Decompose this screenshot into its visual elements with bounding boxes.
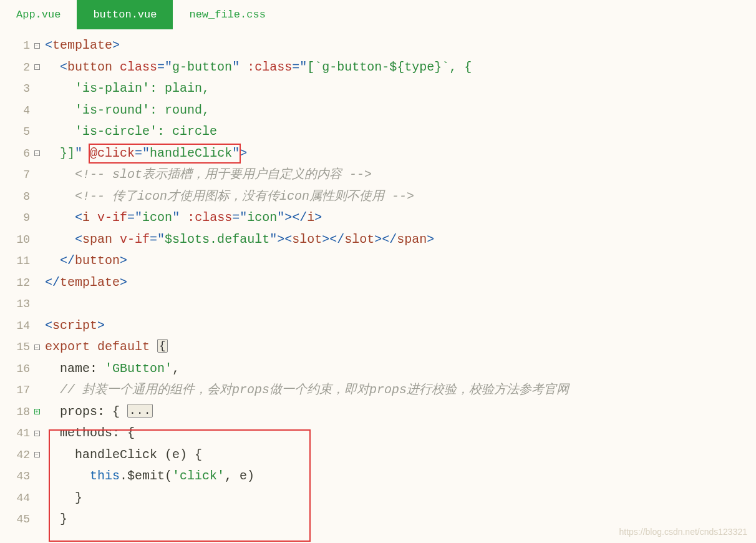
line-number: 6 [0, 143, 32, 165]
tab-button-vue[interactable]: button.vue [77, 0, 173, 29]
line-number: 10 [0, 229, 32, 251]
code-line: 12 </template> [0, 272, 756, 294]
line-number: 45 [0, 509, 32, 531]
code-line: 43 this.$emit('click', e) [0, 466, 756, 487]
code-line: 2 − <button class="g-button" :class="[`g… [0, 57, 756, 79]
line-number: 9 [0, 207, 32, 229]
line-number: 18 [0, 401, 32, 423]
tab-app-vue[interactable]: App.vue [0, 0, 77, 29]
code-line: 8 <!-- 传了icon才使用图标，没有传icon属性则不使用 --> [0, 186, 756, 208]
code-line: 5 'is-circle': circle [0, 121, 756, 143]
code-line: 18 + props: { ... [0, 401, 756, 423]
code-line: 11 </button> [0, 250, 756, 272]
code-line: 42 − handleClick (e) { [0, 444, 756, 466]
line-number: 11 [0, 250, 32, 272]
fold-icon[interactable]: − [32, 452, 41, 457]
line-number: 17 [0, 379, 32, 401]
code-line: 14 <script> [0, 315, 756, 337]
fold-icon[interactable]: − [32, 150, 41, 156]
brace-highlight-icon: { [157, 339, 168, 353]
line-number: 3 [0, 78, 32, 100]
code-line: 41 − methods: { [0, 423, 756, 444]
tab-bar: App.vue button.vue new_file.css [0, 0, 756, 30]
line-number: 42 [0, 444, 32, 466]
line-number: 4 [0, 100, 32, 122]
tab-new-file-css[interactable]: new_file.css [173, 0, 281, 29]
fold-icon[interactable]: − [32, 43, 41, 49]
code-line: 16 name: 'GButton', [0, 358, 756, 380]
watermark: https://blog.csdn.net/cnds123321 [619, 527, 747, 537]
code-line: 7 <!-- slot表示插槽，用于要用户自定义的内容 --> [0, 164, 756, 186]
code-line: 1 − <template> [0, 35, 756, 57]
code-line: 6 − }]" @click="handleClick"> [0, 143, 756, 165]
highlight-at-click: @click="handleClick" [90, 143, 240, 165]
folded-region-icon[interactable]: ... [127, 404, 153, 418]
code-line: 4 'is-round': round, [0, 100, 756, 122]
line-number: 15 [0, 336, 32, 358]
line-number: 8 [0, 186, 32, 208]
line-number: 16 [0, 358, 32, 380]
line-number: 14 [0, 315, 32, 337]
line-number: 1 [0, 35, 32, 57]
code-line: 13 [0, 293, 756, 315]
line-number: 5 [0, 121, 32, 143]
code-line: 3 'is-plain': plain, [0, 78, 756, 100]
line-number: 12 [0, 272, 32, 294]
code-line: 44 } [0, 487, 756, 509]
code-line: 10 <span v-if="$slots.default"><slot></s… [0, 229, 756, 251]
line-number: 43 [0, 466, 32, 487]
fold-icon-collapsed[interactable]: + [32, 409, 41, 414]
line-number: 2 [0, 57, 32, 79]
code-line: 17 // 封装一个通用的组件，会对props做一个约束，即对props进行校验… [0, 379, 756, 401]
fold-icon[interactable]: − [32, 345, 41, 350]
line-number: 41 [0, 423, 32, 444]
code-editor[interactable]: 1 − <template> 2 − <button class="g-butt… [0, 30, 756, 531]
code-line: 9 <i v-if="icon" :class="icon"></i> [0, 207, 756, 229]
line-number: 13 [0, 293, 32, 315]
code-line: 15 − export default { [0, 336, 756, 358]
line-number: 7 [0, 164, 32, 186]
line-number: 44 [0, 487, 32, 509]
fold-icon[interactable]: − [32, 64, 41, 70]
fold-icon[interactable]: − [32, 431, 41, 436]
